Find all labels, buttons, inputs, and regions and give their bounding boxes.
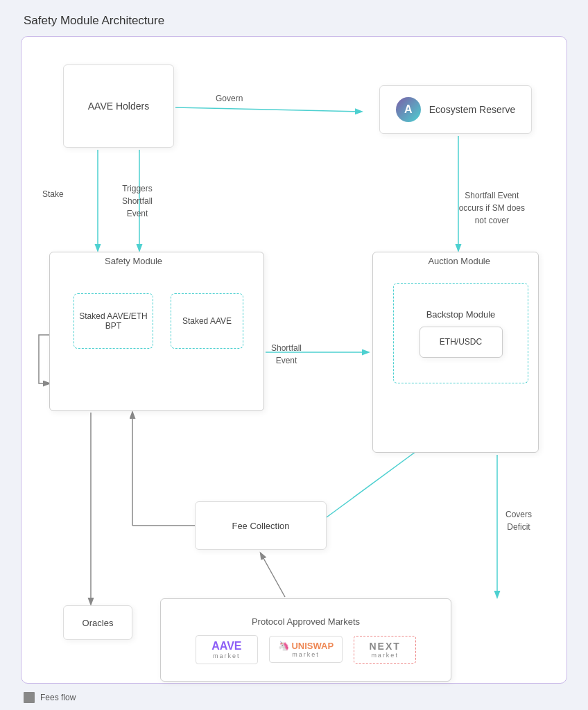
aave-holders-label: AAVE Holders — [88, 101, 149, 112]
uniswap-market-name: 🦄 UNISWAP — [278, 641, 334, 651]
page-title: Safety Module Architecture — [21, 14, 567, 28]
govern-label: Govern — [216, 94, 243, 103]
staked-eth-bpt-label: Staked AAVE/ETH BPT — [74, 311, 153, 331]
legend-text: Fees flow — [40, 693, 76, 702]
next-market-sub: market — [371, 652, 399, 659]
eth-usdc-box: ETH/USDC — [420, 327, 503, 358]
uniswap-market-sub: market — [292, 651, 320, 658]
ecosystem-reserve-label: Ecosystem Reserve — [429, 104, 515, 115]
page-wrapper: Safety Module Architecture — [7, 7, 581, 710]
auction-module-label: Auction Module — [428, 256, 490, 266]
diagram-container: AAVE Holders A Ecosystem Reserve Govern … — [21, 36, 567, 684]
oracles-box: Oracles — [63, 605, 132, 640]
fee-collection-box: Fee Collection — [195, 501, 327, 550]
eth-usdc-label: ETH/USDC — [440, 337, 482, 347]
protocol-markets-label: Protocol Approved Markets — [252, 616, 360, 627]
protocol-markets-box: Protocol Approved Markets AAVE market 🦄 … — [160, 598, 451, 682]
fee-collection-label: Fee Collection — [232, 521, 289, 531]
stake-label: Stake — [42, 189, 64, 199]
markets-row: AAVE market 🦄 UNISWAP market NEXT market — [196, 635, 416, 664]
triggers-shortfall-label: TriggersShortfallEvent — [122, 182, 153, 220]
svg-line-5 — [327, 446, 424, 517]
legend-box — [24, 692, 35, 703]
next-market-name: NEXT — [369, 641, 400, 652]
shortfall-event-arrow-label: ShortfallEvent — [271, 342, 302, 367]
staked-aave-label: Staked AAVE — [182, 316, 232, 326]
svg-line-0 — [175, 107, 361, 112]
uniswap-market-badge: 🦄 UNISWAP market — [269, 636, 343, 663]
backstop-module-box: Backstop Module ETH/USDC — [393, 283, 528, 383]
svg-line-8 — [261, 553, 285, 597]
ecosystem-reserve-box: A Ecosystem Reserve — [379, 85, 532, 134]
aave-market-name: AAVE — [211, 640, 241, 652]
aave-holders-box: AAVE Holders — [63, 64, 174, 148]
aave-market-badge: AAVE market — [196, 635, 258, 664]
staked-aave-box: Staked AAVE — [171, 293, 243, 349]
oracles-label: Oracles — [83, 618, 114, 628]
legend: Fees flow — [21, 692, 567, 703]
shortfall-event-occurs-label: Shortfall Eventoccurs if SM doesnot cove… — [459, 189, 525, 227]
next-market-badge: NEXT market — [354, 636, 416, 664]
covers-deficit-label: CoversDeficit — [505, 508, 532, 533]
aave-market-sub: market — [213, 652, 241, 659]
aave-avatar: A — [396, 97, 421, 122]
backstop-label: Backstop Module — [426, 309, 496, 320]
safety-module-label: Safety Module — [105, 256, 162, 266]
staked-eth-bpt-box: Staked AAVE/ETH BPT — [74, 293, 153, 349]
